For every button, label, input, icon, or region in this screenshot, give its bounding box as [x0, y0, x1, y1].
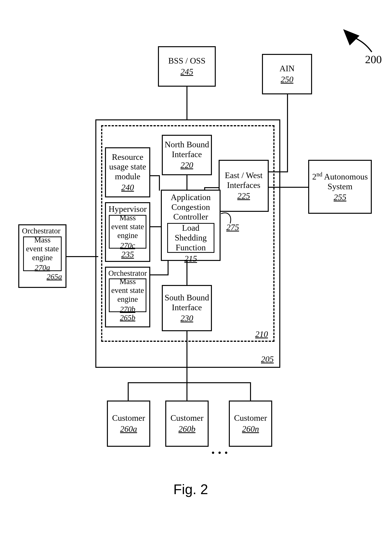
block-customer-n: Customer 260n: [229, 401, 272, 447]
ref: 260a: [120, 424, 137, 434]
block-customer-a: Customer 260a: [107, 401, 150, 447]
block-orchestrator-b: Orchestrator Mass event state engine 270…: [105, 267, 150, 327]
label: Load Shedding Function: [169, 223, 212, 252]
ref: 260b: [179, 424, 196, 434]
block-mese-270b: Mass event state engine 270b: [109, 278, 147, 312]
label: Mass event state engine: [111, 277, 144, 304]
block-east-west: East / West Interfaces 225: [219, 160, 269, 212]
label: Resource usage state module: [107, 152, 148, 181]
connector: [186, 382, 187, 401]
ref: 230: [181, 313, 193, 323]
label: Customer: [170, 413, 203, 423]
diagram-stage: 210 205 BSS / OSS 245 AIN 250 2nd Autono…: [0, 0, 392, 549]
block-hypervisor: Hypervisor Mass event state engine 270c …: [105, 202, 150, 262]
connector: [65, 256, 98, 257]
label: Orchestrator: [21, 226, 61, 235]
block-load-shedding: Load Shedding Function: [167, 223, 214, 253]
ref: 240: [121, 183, 134, 193]
ref: 270b: [120, 305, 135, 314]
label: 2nd Autonomous System: [311, 171, 369, 191]
block-north-bound: North Bound Interface 220: [162, 135, 212, 175]
label: Application Congestion Controller: [163, 193, 218, 222]
connector: [250, 382, 251, 401]
block-bss-oss: BSS / OSS 245: [158, 46, 216, 87]
ref-210: 210: [255, 329, 268, 339]
ref: 220: [181, 160, 193, 170]
label: AIN: [280, 64, 294, 74]
connector: [128, 382, 251, 383]
ref: 270c: [120, 241, 135, 250]
label: Hypervisor: [109, 204, 147, 214]
block-ain: AIN 250: [262, 54, 312, 94]
label: Mass event state engine: [25, 236, 59, 262]
ref: 270a: [35, 263, 50, 272]
label: Orchestrator: [108, 269, 147, 278]
figure-label: Fig. 2: [173, 481, 208, 497]
ref: 265b: [120, 313, 135, 322]
ref: 215: [184, 254, 197, 264]
block-resource-usage: Resource usage state module 240: [105, 147, 150, 197]
connector: [128, 382, 129, 401]
ref-275: 275: [226, 222, 239, 232]
ref: 260n: [242, 424, 259, 434]
ref: 235: [121, 250, 134, 260]
connector: [287, 94, 288, 171]
ref: 250: [281, 75, 293, 84]
block-second-as: 2nd Autonomous System 255: [308, 160, 372, 214]
ref: 255: [334, 193, 346, 202]
block-customer-b: Customer 260b: [165, 401, 209, 447]
block-south-bound: South Bound Interface 230: [162, 285, 212, 331]
ellipsis-icon: [212, 452, 227, 454]
ref: 225: [237, 191, 250, 201]
ref: 265a: [47, 272, 64, 281]
label: East / West Interfaces: [221, 171, 266, 190]
label: Customer: [112, 413, 145, 423]
figure-ref-200: 200: [365, 53, 382, 66]
label: South Bound Interface: [164, 293, 209, 312]
block-mese-270c: Mass event state engine 270c: [109, 215, 147, 249]
block-acc: Application Congestion Controller Load S…: [161, 190, 221, 261]
ref: 245: [181, 67, 193, 77]
block-mese-270a: Mass event state engine 270a: [23, 236, 62, 271]
label: North Bound Interface: [164, 140, 209, 159]
ref-205: 205: [261, 354, 274, 364]
label: BSS / OSS: [168, 56, 205, 66]
label: Mass event state engine: [111, 213, 144, 240]
block-orchestrator-a: Orchestrator Mass event state engine 270…: [18, 224, 66, 288]
label: Customer: [234, 413, 267, 423]
connector: [186, 86, 187, 119]
